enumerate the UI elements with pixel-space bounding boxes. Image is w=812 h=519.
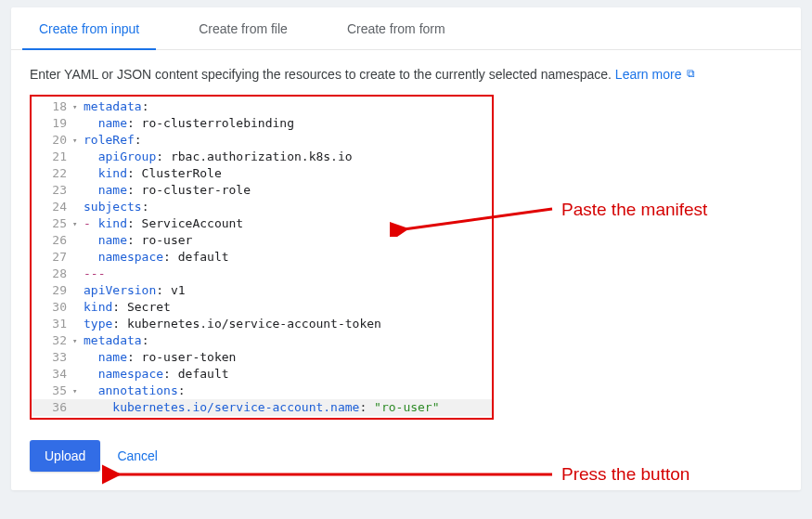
code-line: 22 kind: ClusterRole	[32, 165, 492, 182]
code-line: 18▾metadata:	[32, 98, 492, 115]
code-line: 29apiVersion: v1	[32, 282, 492, 299]
fold-marker-icon	[72, 349, 82, 366]
code-content: metadata:	[82, 332, 148, 349]
upload-button[interactable]: Upload	[30, 440, 100, 472]
code-line: 32▾metadata:	[32, 332, 492, 349]
fold-marker-icon	[72, 249, 82, 266]
code-content: apiVersion: v1	[82, 282, 186, 299]
code-content: name: ro-user-token	[82, 349, 236, 366]
line-number: 26	[32, 232, 72, 249]
line-number: 22	[32, 165, 72, 182]
code-line: 20▾roleRef:	[32, 132, 492, 149]
code-line: 21 apiGroup: rbac.authorization.k8s.io	[32, 149, 492, 165]
action-row: Upload Cancel	[30, 440, 782, 472]
code-content: name: ro-user	[82, 232, 192, 249]
fold-marker-icon[interactable]: ▾	[72, 98, 82, 115]
fold-marker-icon	[72, 299, 82, 316]
description-label: Enter YAML or JSON content specifying th…	[30, 67, 615, 82]
code-line: 26 name: ro-user	[32, 232, 492, 249]
fold-marker-icon	[72, 399, 82, 416]
tab-create-from-file[interactable]: Create from file	[182, 7, 304, 50]
card-body: Enter YAML or JSON content specifying th…	[11, 50, 801, 490]
code-line: 36 kubernetes.io/service-account.name: "…	[32, 399, 492, 416]
code-content: kind: Secret	[82, 299, 171, 316]
fold-marker-icon	[72, 199, 82, 215]
code-line: 35▾ annotations:	[32, 383, 492, 399]
code-content: ---	[82, 266, 105, 282]
fold-marker-icon	[72, 266, 82, 282]
line-number: 32	[32, 332, 72, 349]
code-content: metadata:	[82, 98, 148, 115]
fold-marker-icon	[72, 115, 82, 132]
tab-create-from-input[interactable]: Create from input	[22, 7, 156, 50]
code-line: 31type: kubernetes.io/service-account-to…	[32, 316, 492, 332]
code-content: kind: ClusterRole	[82, 165, 222, 182]
yaml-editor[interactable]: 18▾metadata:19 name: ro-clusterrolebindi…	[30, 95, 494, 420]
line-number: 28	[32, 266, 72, 282]
line-number: 25	[32, 215, 72, 232]
fold-marker-icon[interactable]: ▾	[72, 383, 82, 399]
line-number: 31	[32, 316, 72, 332]
line-number: 18	[32, 98, 72, 115]
line-number: 21	[32, 149, 72, 165]
line-number: 19	[32, 115, 72, 132]
code-line: 28---	[32, 266, 492, 282]
code-line: 27 namespace: default	[32, 249, 492, 266]
code-line: 33 name: ro-user-token	[32, 349, 492, 366]
code-content: type: kubernetes.io/service-account-toke…	[82, 316, 381, 332]
fold-marker-icon	[72, 149, 82, 165]
description-text: Enter YAML or JSON content specifying th…	[30, 67, 782, 82]
cancel-button[interactable]: Cancel	[117, 448, 158, 463]
line-number: 34	[32, 366, 72, 383]
tab-create-from-form[interactable]: Create from form	[330, 7, 462, 50]
code-content: name: ro-clusterrolebinding	[82, 115, 294, 132]
fold-marker-icon[interactable]: ▾	[72, 132, 82, 149]
external-link-icon: ⧉	[687, 67, 695, 80]
code-line: 25▾- kind: ServiceAccount	[32, 215, 492, 232]
fold-marker-icon	[72, 232, 82, 249]
code-content: kubernetes.io/service-account.name: "ro-…	[82, 399, 440, 416]
line-number: 33	[32, 349, 72, 366]
line-number: 27	[32, 249, 72, 266]
code-content: subjects:	[82, 199, 148, 215]
code-content: namespace: default	[82, 366, 229, 383]
line-number: 36	[32, 399, 72, 416]
learn-more-link[interactable]: Learn more ⧉	[615, 67, 695, 82]
line-number: 29	[32, 282, 72, 299]
line-number: 20	[32, 132, 72, 149]
create-card: Create from inputCreate from fileCreate …	[11, 7, 801, 490]
code-content: namespace: default	[82, 249, 229, 266]
code-line: 23 name: ro-cluster-role	[32, 182, 492, 199]
fold-marker-icon	[72, 366, 82, 383]
fold-marker-icon[interactable]: ▾	[72, 332, 82, 349]
line-number: 35	[32, 383, 72, 399]
fold-marker-icon	[72, 182, 82, 199]
tab-bar: Create from inputCreate from fileCreate …	[11, 7, 801, 50]
line-number: 30	[32, 299, 72, 316]
code-content: roleRef:	[82, 132, 142, 149]
fold-marker-icon[interactable]: ▾	[72, 215, 82, 232]
line-number: 23	[32, 182, 72, 199]
fold-marker-icon	[72, 282, 82, 299]
code-line: 34 namespace: default	[32, 366, 492, 383]
fold-marker-icon	[72, 316, 82, 332]
code-content: name: ro-cluster-role	[82, 182, 251, 199]
code-line: 19 name: ro-clusterrolebinding	[32, 115, 492, 132]
code-line: 24subjects:	[32, 199, 492, 215]
code-content: - kind: ServiceAccount	[82, 215, 243, 232]
line-number: 24	[32, 199, 72, 215]
code-line: 30kind: Secret	[32, 299, 492, 316]
fold-marker-icon	[72, 165, 82, 182]
code-content: apiGroup: rbac.authorization.k8s.io	[82, 149, 353, 165]
code-content: annotations:	[82, 383, 186, 399]
